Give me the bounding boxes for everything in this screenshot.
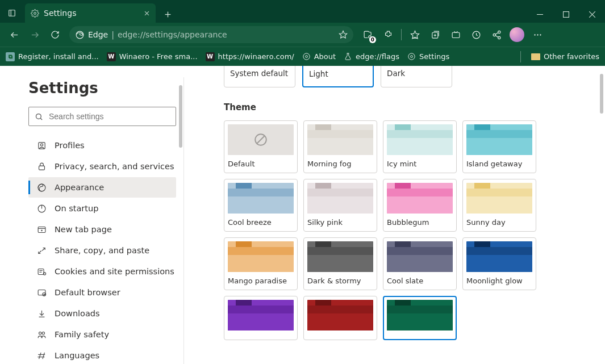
- sidebar-item-appearance[interactable]: Appearance: [28, 177, 176, 198]
- sidebar-item-privacy-search-and-services[interactable]: Privacy, search, and services: [28, 156, 176, 177]
- svg-line-26: [495, 32, 498, 34]
- sidebar-item-share-copy-and-paste[interactable]: Share, copy, and paste: [28, 240, 176, 261]
- svg-point-2: [34, 12, 36, 14]
- gear-icon: [407, 52, 416, 61]
- sidebar-item-languages[interactable]: Languages: [28, 345, 176, 364]
- search-input-wrapper[interactable]: [28, 107, 176, 126]
- extensions-button[interactable]: [378, 25, 398, 44]
- back-button[interactable]: [5, 25, 24, 44]
- close-window-button[interactable]: [579, 6, 605, 23]
- settings-main-pane: System defaultLightDark Theme DefaultMor…: [184, 66, 605, 364]
- theme-label: Icy mint: [387, 160, 453, 168]
- svg-point-56: [42, 332, 44, 334]
- screenshot-button[interactable]: [446, 25, 465, 44]
- sidebar-item-profiles[interactable]: Profiles: [28, 135, 176, 156]
- badge-count: 0: [369, 36, 376, 43]
- nav-label: New tab page: [55, 225, 112, 234]
- titlebar: Settings: [0, 0, 605, 23]
- address-divider: |: [111, 30, 114, 39]
- bookmark-item[interactable]: WWinaero - Free sma...: [107, 52, 198, 61]
- settings-sidebar: Settings ProfilesPrivacy, search, and se…: [0, 66, 184, 364]
- theme-option[interactable]: Morning fog: [303, 120, 377, 173]
- bookmark-label: Winaero - Free sma...: [119, 52, 198, 61]
- bookmark-label: Settings: [419, 52, 449, 61]
- share-button[interactable]: [487, 25, 506, 44]
- forward-button[interactable]: [25, 25, 44, 44]
- theme-label: Default: [228, 160, 294, 168]
- search-input[interactable]: [49, 112, 170, 121]
- theme-option[interactable]: Cool breeze: [224, 179, 298, 232]
- edge-icon: [75, 30, 85, 40]
- color-mode-option[interactable]: Dark: [381, 66, 452, 87]
- color-mode-option[interactable]: System default: [224, 66, 295, 87]
- bookmark-item[interactable]: edge://flags: [344, 52, 399, 61]
- sidebar-item-default-browser[interactable]: Default browser: [28, 282, 176, 303]
- address-bar[interactable]: Edge | edge://settings/appearance: [69, 26, 353, 43]
- svg-line-65: [257, 136, 265, 144]
- favorite-star-icon[interactable]: [339, 30, 348, 39]
- theme-option[interactable]: [224, 296, 298, 340]
- svg-point-24: [493, 34, 495, 36]
- close-tab-icon[interactable]: [144, 10, 150, 16]
- nav-label: Share, copy, and paste: [55, 246, 149, 255]
- nav-label: Profiles: [55, 141, 85, 150]
- collections-button[interactable]: [425, 25, 445, 44]
- theme-label: Cool slate: [387, 277, 453, 285]
- theme-option[interactable]: Island getaway: [462, 120, 536, 173]
- more-button[interactable]: [528, 25, 547, 44]
- sidebar-item-family-safety[interactable]: Family safety: [28, 324, 176, 345]
- bookmark-item[interactable]: ⧉Register, install and...: [6, 52, 99, 61]
- nav-icon: [36, 351, 47, 361]
- favorites-button[interactable]: [405, 25, 424, 44]
- main-scrollbar-thumb[interactable]: [600, 74, 603, 114]
- main-scroll-area[interactable]: [597, 66, 605, 364]
- theme-label: Bubblegum: [387, 218, 453, 227]
- new-tab-button[interactable]: [159, 6, 176, 23]
- bookmark-label: edge://flags: [356, 52, 399, 61]
- theme-heading: Theme: [224, 102, 605, 112]
- favicon-icon: W: [107, 52, 116, 61]
- theme-option[interactable]: Default: [224, 120, 298, 173]
- favicon-icon: ⧉: [6, 52, 15, 61]
- profile-avatar[interactable]: [507, 25, 527, 44]
- sidebar-item-new-tab-page[interactable]: New tab page: [28, 219, 176, 240]
- refresh-button[interactable]: [45, 25, 65, 44]
- theme-option[interactable]: Bubblegum: [383, 179, 457, 232]
- sidebar-scrollbar[interactable]: [179, 85, 182, 148]
- search-icon: [35, 112, 43, 121]
- bookmark-item[interactable]: Whttps://winaero.com/: [206, 52, 294, 61]
- theme-option[interactable]: Sunny day: [462, 179, 536, 232]
- bookmark-label: Register, install and...: [18, 52, 99, 61]
- svg-point-23: [498, 31, 500, 33]
- color-mode-option[interactable]: Light: [302, 66, 374, 87]
- bookmark-item[interactable]: Settings: [407, 52, 449, 61]
- minimize-button[interactable]: [527, 6, 553, 23]
- sidebar-item-downloads[interactable]: Downloads: [28, 303, 176, 324]
- other-favorites-button[interactable]: Other favorites: [531, 52, 599, 61]
- theme-swatch: [307, 300, 373, 330]
- shopping-button[interactable]: 0: [358, 25, 377, 44]
- theme-option[interactable]: Dark & stormy: [303, 237, 377, 290]
- theme-option[interactable]: Icy mint: [383, 120, 457, 173]
- theme-option[interactable]: Mango paradise: [224, 237, 298, 290]
- browser-tab-active[interactable]: Settings: [25, 3, 156, 23]
- toolbar-divider: [401, 29, 402, 40]
- svg-point-31: [305, 56, 307, 58]
- history-button[interactable]: [466, 25, 486, 44]
- maximize-button[interactable]: [553, 6, 579, 23]
- theme-option[interactable]: Silky pink: [303, 179, 377, 232]
- sidebar-item-on-startup[interactable]: On startup: [28, 198, 176, 219]
- theme-option[interactable]: Cool slate: [383, 237, 457, 290]
- tab-actions-button[interactable]: [2, 3, 22, 23]
- nav-label: Default browser: [55, 288, 120, 297]
- sidebar-item-cookies-and-site-permissions[interactable]: Cookies and site permissions: [28, 261, 176, 282]
- nav-label: On startup: [55, 204, 98, 213]
- theme-swatch: [466, 124, 532, 155]
- theme-swatch: [387, 241, 453, 272]
- theme-option[interactable]: [383, 296, 457, 340]
- svg-line-36: [40, 118, 42, 120]
- settings-content: Settings ProfilesPrivacy, search, and se…: [0, 66, 605, 364]
- bookmark-item[interactable]: About: [302, 52, 336, 61]
- theme-option[interactable]: [303, 296, 377, 340]
- theme-option[interactable]: Moonlight glow: [462, 237, 536, 290]
